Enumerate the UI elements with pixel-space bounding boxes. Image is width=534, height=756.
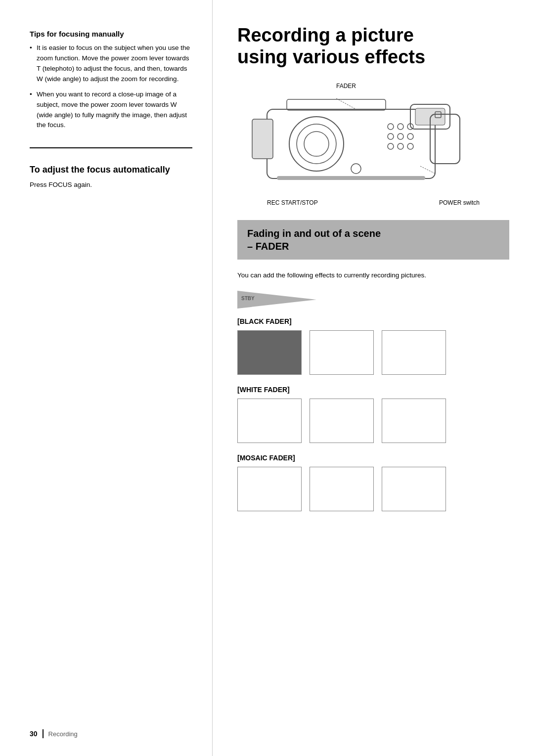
rec-start-stop-label: REC START/STOP bbox=[267, 199, 318, 206]
stby-text: STBY bbox=[241, 296, 255, 301]
svg-point-15 bbox=[388, 143, 394, 149]
white-fader-box-1 bbox=[237, 399, 302, 443]
camera-illustration bbox=[237, 89, 485, 188]
mosaic-fader-section: [MOSAIC FADER] bbox=[237, 454, 509, 511]
svg-point-13 bbox=[398, 133, 403, 139]
mosaic-fader-box-3 bbox=[382, 467, 446, 511]
fader-section-title: Fading in and out of a scene – FADER bbox=[247, 227, 499, 253]
svg-point-16 bbox=[398, 143, 403, 149]
svg-rect-6 bbox=[287, 99, 386, 110]
svg-line-22 bbox=[420, 166, 435, 174]
svg-point-3 bbox=[304, 132, 329, 156]
svg-rect-20 bbox=[277, 176, 425, 180]
tips-title: Tips for focusing manually bbox=[30, 30, 192, 38]
black-fader-box-2 bbox=[310, 330, 374, 375]
fader-section-header: Fading in and out of a scene – FADER bbox=[237, 220, 509, 260]
white-fader-box-3 bbox=[382, 399, 446, 443]
black-fader-section: [BLACK FADER] bbox=[237, 317, 509, 375]
white-fader-box-2 bbox=[310, 399, 374, 443]
fader-diagram-label: FADER bbox=[336, 83, 356, 89]
svg-rect-8 bbox=[252, 119, 273, 159]
mosaic-fader-boxes bbox=[237, 467, 509, 511]
auto-focus-section: To adjust the focus automatically Press … bbox=[30, 164, 192, 190]
black-fader-label: [BLACK FADER] bbox=[237, 317, 509, 325]
auto-focus-body: Press FOCUS again. bbox=[30, 180, 192, 190]
mosaic-fader-label: [MOSAIC FADER] bbox=[237, 454, 509, 462]
stby-indicator: STBY bbox=[237, 291, 509, 309]
black-fader-box-3 bbox=[382, 330, 446, 375]
page-number: 30 bbox=[30, 730, 38, 738]
page-label: Recording bbox=[48, 730, 78, 738]
page-footer: 30 Recording bbox=[0, 729, 213, 738]
page-divider bbox=[43, 729, 44, 738]
white-fader-label: [WHITE FADER] bbox=[237, 386, 509, 394]
svg-point-2 bbox=[297, 124, 336, 164]
tips-section: Tips for focusing manually It is easier … bbox=[30, 30, 192, 148]
camera-diagram: FADER bbox=[237, 83, 509, 206]
mosaic-fader-box-1 bbox=[237, 467, 302, 511]
main-title: Recording a picture using various effect… bbox=[237, 25, 509, 68]
svg-point-14 bbox=[407, 133, 413, 139]
svg-point-1 bbox=[289, 117, 344, 171]
svg-point-17 bbox=[407, 143, 413, 149]
black-fader-box-1 bbox=[237, 330, 302, 375]
white-fader-section: [WHITE FADER] bbox=[237, 386, 509, 443]
power-switch-label: POWER switch bbox=[439, 199, 480, 206]
auto-focus-title: To adjust the focus automatically bbox=[30, 164, 192, 176]
tip-item-2: When you want to record a close-up image… bbox=[30, 89, 192, 131]
tip-item-1: It is easier to focus on the subject whe… bbox=[30, 43, 192, 85]
svg-point-9 bbox=[388, 124, 394, 130]
white-fader-boxes bbox=[237, 399, 509, 443]
mosaic-fader-box-2 bbox=[310, 467, 374, 511]
fader-body-text: You can add the following effects to cur… bbox=[237, 270, 509, 281]
svg-point-12 bbox=[388, 133, 394, 139]
svg-point-18 bbox=[351, 164, 361, 174]
svg-point-10 bbox=[398, 124, 403, 130]
svg-line-19 bbox=[336, 98, 356, 109]
tips-list: It is easier to focus on the subject whe… bbox=[30, 43, 192, 131]
black-fader-boxes bbox=[237, 330, 509, 375]
